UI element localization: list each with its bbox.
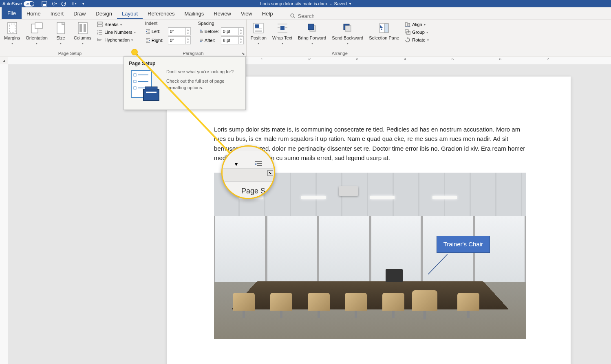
line-numbers-icon: 123	[97, 29, 103, 35]
toggle-switch[interactable]: On	[24, 1, 34, 7]
bring-forward-button[interactable]: Bring Forward ▾	[296, 21, 328, 46]
redo-icon[interactable]	[61, 1, 67, 7]
svg-rect-1	[43, 4, 46, 6]
margins-button[interactable]: Margins ▾	[2, 21, 22, 46]
spacing-after-field[interactable]	[221, 37, 238, 43]
magnifier-label: Page S	[241, 187, 265, 195]
svg-rect-35	[255, 24, 259, 28]
qat-more-icon[interactable]: ▾	[81, 1, 86, 7]
spinner-up[interactable]: ▲	[238, 28, 243, 31]
size-button[interactable]: Size ▾	[52, 21, 70, 46]
group-label: Group	[412, 30, 425, 35]
bring-forward-label: Bring Forward	[298, 35, 326, 41]
ruler-horizontal[interactable]: 1 2 3 4 5 6 7	[8, 57, 611, 64]
group-icon	[405, 29, 410, 35]
ribbon-tabs: File Home Insert Draw Design Layout Refe…	[0, 7, 611, 20]
tab-insert[interactable]: Insert	[46, 8, 69, 19]
tab-layout[interactable]: Layout	[117, 8, 143, 19]
svg-point-2	[291, 14, 294, 17]
align-button[interactable]: Align ▾	[403, 21, 430, 28]
group-button[interactable]: Group ▾	[403, 29, 430, 36]
columns-button[interactable]: Columns ▾	[72, 21, 93, 46]
rotate-caret: ▾	[427, 38, 429, 42]
tab-draw[interactable]: Draw	[68, 8, 90, 19]
autosave-toggle[interactable]: AutoSave On	[2, 1, 34, 7]
undo-icon[interactable]: ▾	[51, 1, 57, 7]
wrap-text-button[interactable]: Wrap Text ▾	[271, 21, 294, 46]
spinner-down[interactable]: ▼	[185, 31, 190, 35]
tab-references[interactable]: References	[143, 8, 179, 19]
search-box[interactable]: Search	[290, 13, 315, 19]
svg-line-3	[293, 17, 295, 18]
breaks-label: Breaks	[104, 22, 118, 27]
spinner-up[interactable]: ▲	[185, 28, 190, 31]
tooltip-icon	[129, 69, 161, 104]
hyphenation-button[interactable]: bc Hyphenation ▾	[95, 36, 137, 44]
align-caret: ▾	[424, 23, 426, 26]
selection-pane-button[interactable]: Selection Pane	[367, 21, 401, 42]
indent-right-field[interactable]	[168, 37, 185, 43]
indent-left-icon	[145, 29, 151, 34]
indent-left-field[interactable]	[168, 29, 185, 34]
group-paragraph: Indent Left: ▲▼ Right: ▲▼ Spacing Before…	[140, 20, 247, 57]
orientation-label: Orientation	[26, 35, 48, 41]
tab-home[interactable]: Home	[22, 8, 46, 19]
columns-label: Columns	[74, 35, 91, 41]
title-bar: AutoSave On ▾ ▾ ▾ Loris sump dolor sits …	[0, 0, 611, 7]
spacing-after-input[interactable]: ▲▼	[221, 36, 244, 44]
spinner-down[interactable]: ▼	[185, 40, 190, 44]
tab-file[interactable]: File	[2, 7, 22, 19]
ruler-corner[interactable]: ◢	[0, 57, 8, 64]
ruler-tick-4: 4	[404, 57, 406, 61]
tab-mailings[interactable]: Mailings	[180, 8, 209, 19]
save-status-caret[interactable]: ▾	[349, 2, 351, 6]
svg-rect-49	[384, 24, 388, 33]
ruler-tick-1: 1	[261, 57, 263, 61]
search-icon	[290, 13, 296, 19]
spacing-after-label: After:	[198, 37, 219, 43]
paragraph-launcher[interactable]: ⬊	[241, 52, 245, 56]
position-button[interactable]: Position ▾	[249, 21, 268, 46]
spinner-down[interactable]: ▼	[238, 40, 243, 44]
callout-trainers-chair[interactable]: Trainer's Chair	[437, 236, 490, 253]
spacing-before-input[interactable]: ▲▼	[221, 27, 244, 35]
magnifier-circle: ▾ ⬊ Page S	[221, 145, 275, 199]
spinner-up[interactable]: ▲	[185, 37, 190, 40]
tab-design[interactable]: Design	[91, 8, 117, 19]
after-text: After:	[205, 38, 215, 43]
svg-rect-47	[345, 26, 351, 31]
line-numbers-button[interactable]: 123 Line Numbers ▾	[95, 29, 137, 36]
indent-heading: Indent	[145, 21, 191, 26]
document-page[interactable]: Loris sump dolor sits mate is, is commun…	[167, 77, 571, 364]
tab-view[interactable]: View	[236, 8, 257, 19]
indent-left-input[interactable]: ▲▼	[168, 27, 191, 35]
title-separator: -	[330, 1, 332, 6]
paragraph-group-label: Paragraph ⬊	[143, 50, 244, 57]
paragraph-label-text: Paragraph	[183, 51, 203, 56]
ruler-vertical[interactable]	[0, 64, 8, 364]
hyphenation-icon: bc	[97, 37, 103, 43]
send-backward-button[interactable]: Send Backward ▾	[330, 21, 365, 46]
document-image[interactable]: Trainer's Chair	[214, 173, 526, 339]
spinner-down[interactable]: ▼	[238, 31, 243, 35]
rotate-button[interactable]: Rotate ▾	[403, 36, 430, 44]
orientation-button[interactable]: Orientation ▾	[24, 21, 49, 46]
tab-review[interactable]: Review	[209, 8, 236, 19]
indent-left-label: Left:	[145, 29, 166, 34]
spacing-before-field[interactable]	[221, 29, 238, 34]
page-scroll[interactable]: Loris sump dolor sits mate is, is commun…	[8, 64, 611, 364]
size-label: Size	[56, 35, 65, 41]
tab-help[interactable]: Help	[257, 8, 278, 19]
breaks-button[interactable]: Breaks ▾	[95, 21, 137, 28]
save-status[interactable]: Saved	[334, 1, 347, 6]
rotate-icon	[405, 37, 410, 43]
save-icon[interactable]	[42, 1, 47, 7]
touch-mode-icon[interactable]: ▾	[71, 1, 77, 7]
svg-text:3: 3	[97, 33, 98, 35]
spinner-up[interactable]: ▲	[238, 37, 243, 40]
search-label: Search	[298, 13, 315, 19]
indent-right-input[interactable]: ▲▼	[168, 36, 191, 44]
breaks-caret: ▾	[120, 23, 122, 26]
group-page-setup: Margins ▾ Orientation ▾ Size ▾ Columns ▾	[0, 20, 140, 57]
columns-icon	[76, 22, 89, 35]
